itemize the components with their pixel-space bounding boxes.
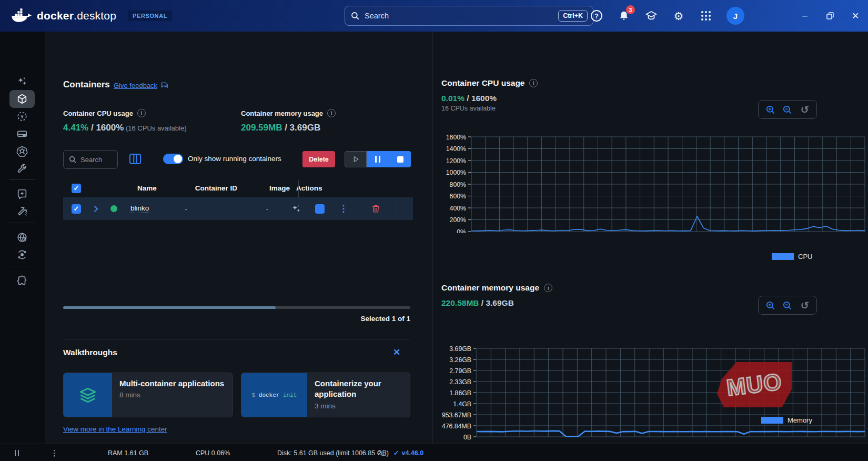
give-feedback-link[interactable]: Give feedback [114, 81, 169, 89]
settings-button[interactable]: ⚙ [672, 9, 685, 23]
info-icon[interactable]: i [137, 109, 146, 117]
zoom-in-icon [765, 105, 775, 115]
column-header-actions: Actions [296, 184, 322, 192]
puzzle-icon [16, 275, 28, 286]
help-button[interactable]: ? [590, 9, 603, 23]
svg-text:0B: 0B [463, 434, 471, 441]
info-icon[interactable]: i [544, 284, 552, 292]
svg-text:1400%: 1400% [446, 145, 466, 153]
container-search-input[interactable] [80, 156, 111, 164]
memory-chart-zoom-controls: ↺ [758, 296, 817, 315]
wrench-icon [16, 163, 28, 174]
ask-gordon-action-icon[interactable] [291, 204, 301, 214]
sidebar-item-volumes[interactable] [9, 125, 35, 143]
svg-text:600%: 600% [450, 193, 467, 200]
learning-center-link[interactable]: View more in the Learning center [63, 425, 167, 433]
walkthrough-card-containerize[interactable]: $ docker init Containerize your applicat… [241, 373, 410, 417]
zoom-out-button[interactable] [782, 104, 793, 115]
container-name-link[interactable]: blinko [130, 204, 149, 213]
card-duration: 3 mins [315, 402, 402, 410]
disk-status: Disk: 5.61 GB used (limit 1006.85 GB) [277, 444, 389, 461]
row-menu-button[interactable]: ⋮ [339, 203, 348, 214]
stop-button[interactable] [389, 151, 411, 167]
stats-panel: Container CPU usagei 0.01% / 1600% 16 CP… [432, 32, 868, 444]
chevron-right-icon[interactable] [92, 205, 100, 213]
sidebar-item-gordon[interactable] [9, 73, 35, 91]
card-title: Containerize your application [315, 378, 402, 400]
page-title: Containers [63, 79, 110, 90]
column-settings-button[interactable] [129, 153, 142, 166]
global-search-input[interactable] [365, 12, 558, 20]
watermark-text: MUO [725, 368, 784, 402]
statusbar-menu-button[interactable]: ⋮ [51, 444, 58, 461]
terminal-button[interactable]: >_ [378, 444, 386, 461]
card-duration: 8 mins [119, 391, 224, 399]
cpu-usage-value: 4.41% / 1600% (16 CPUs available) [63, 123, 187, 133]
svg-text:1200%: 1200% [446, 157, 466, 165]
walkthroughs-close-button[interactable]: ✕ [393, 347, 400, 358]
reset-icon: ↺ [801, 104, 809, 116]
sidebar-item-kubernetes[interactable] [9, 142, 35, 160]
column-header-name: Name [137, 184, 157, 192]
zoom-in-button[interactable] [765, 300, 775, 310]
select-all-checkbox[interactable]: ✓ [72, 184, 81, 193]
sidebar-divider [9, 266, 35, 266]
memory-usage-label: Container memory usagei [241, 109, 336, 117]
svg-text:0%: 0% [457, 228, 466, 234]
stop-action-button[interactable] [315, 204, 325, 214]
notifications-button[interactable]: 3 [617, 9, 631, 23]
window-restore-button[interactable] [817, 0, 843, 32]
restore-icon [826, 12, 834, 19]
container-search-box[interactable] [63, 150, 118, 169]
zoom-out-icon [782, 105, 792, 115]
images-icon [16, 111, 28, 122]
globe-icon [16, 232, 28, 243]
info-icon[interactable]: i [327, 109, 336, 117]
window-minimize-button[interactable]: – [792, 0, 817, 32]
sidebar-item-scout[interactable] [9, 185, 35, 203]
sidebar-item-extensions[interactable] [9, 272, 35, 289]
sidebar-item-environments[interactable] [9, 246, 35, 264]
walkthrough-card-multi-container[interactable]: Multi-container applications 8 mins [63, 373, 233, 417]
sidebar-item-containers[interactable] [9, 90, 35, 108]
sidebar-item-hub[interactable] [9, 228, 35, 246]
delete-button[interactable]: Delete [302, 151, 335, 167]
zoom-in-button[interactable] [765, 104, 775, 115]
avatar[interactable]: J [726, 7, 744, 25]
help-icon: ? [594, 12, 599, 20]
zoom-out-icon [782, 300, 792, 310]
scrollbar-thumb[interactable] [63, 306, 276, 309]
row-checkbox[interactable]: ✓ [72, 204, 81, 214]
bulk-action-group [345, 151, 411, 167]
global-search[interactable]: Ctrl+K [345, 6, 593, 26]
cpu-legend-swatch [772, 253, 794, 260]
pause-button[interactable] [367, 151, 389, 167]
feedback-bubble-icon [160, 81, 169, 89]
statusbar: ⋮ RAM 1.61 GB CPU 0.06% Disk: 5.61 GB us… [0, 444, 868, 461]
sidebar-item-dev-tools[interactable] [9, 159, 35, 177]
version-status[interactable]: ✓ v4.46.0 [393, 444, 423, 461]
apps-grid-button[interactable] [699, 9, 713, 23]
running-only-toggle[interactable] [163, 154, 183, 164]
panel-toggle-button[interactable] [15, 444, 19, 461]
sidebar-item-images[interactable] [9, 107, 35, 125]
learning-center-button[interactable] [644, 9, 658, 23]
start-button[interactable] [345, 151, 367, 167]
search-icon [350, 11, 360, 21]
check-icon: ✓ [74, 184, 79, 192]
info-icon[interactable]: i [529, 79, 538, 87]
sidebar-item-builds[interactable] [9, 203, 35, 221]
orbit-icon [16, 249, 28, 260]
svg-text:476.84MB: 476.84MB [442, 423, 471, 430]
trash-icon[interactable] [371, 204, 381, 214]
sparkles-icon [16, 76, 28, 87]
graduation-cap-icon [645, 9, 658, 22]
zoom-out-button[interactable] [782, 300, 793, 310]
reset-icon: ↺ [801, 299, 809, 312]
horizontal-scrollbar[interactable] [63, 306, 410, 309]
table-row[interactable]: ✓ blinko - - ⋮ [63, 197, 413, 220]
reset-zoom-button[interactable]: ↺ [800, 104, 810, 115]
play-icon [352, 155, 360, 163]
window-close-button[interactable]: ✕ [843, 0, 868, 32]
reset-zoom-button[interactable]: ↺ [800, 300, 810, 310]
